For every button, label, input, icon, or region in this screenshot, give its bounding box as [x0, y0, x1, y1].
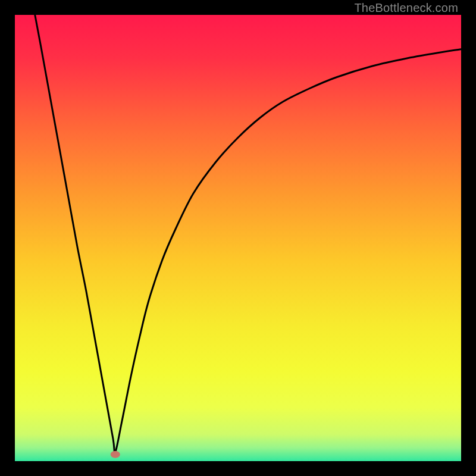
bottleneck-chart — [15, 15, 461, 461]
optimum-marker — [111, 451, 120, 458]
chart-frame — [15, 15, 461, 461]
watermark-text: TheBottleneck.com — [354, 1, 458, 15]
chart-background — [15, 15, 461, 461]
